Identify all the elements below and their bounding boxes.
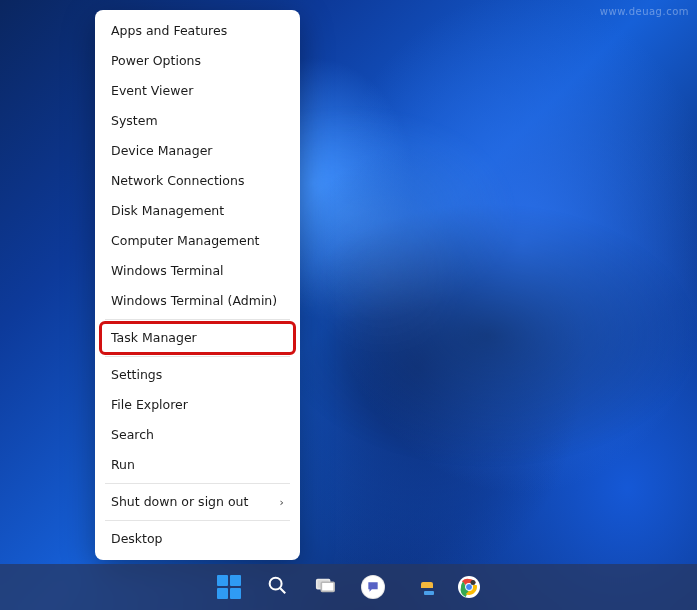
ctx-item-label: Apps and Features (111, 25, 227, 38)
search-button[interactable] (257, 567, 297, 607)
search-icon (266, 574, 288, 600)
ctx-item-label: Run (111, 459, 135, 472)
chat-button[interactable] (353, 567, 393, 607)
chrome-icon (457, 575, 481, 599)
menu-separator (105, 356, 290, 357)
chevron-right-icon: › (280, 497, 284, 508)
ctx-item-label: Device Manager (111, 145, 213, 158)
ctx-item-label: Computer Management (111, 235, 259, 248)
taskbar (0, 564, 697, 610)
ctx-item-task-manager[interactable]: Task Manager (101, 323, 294, 353)
desktop: www.deuag.com Apps and FeaturesPower Opt… (0, 0, 697, 610)
svg-line-1 (280, 588, 285, 593)
ctx-item-label: Shut down or sign out (111, 496, 248, 509)
winx-context-menu: Apps and FeaturesPower OptionsEvent View… (95, 10, 300, 560)
file-explorer-button[interactable] (401, 567, 441, 607)
ctx-item-system[interactable]: System (101, 106, 294, 136)
ctx-item-device-manager[interactable]: Device Manager (101, 136, 294, 166)
chrome-button[interactable] (449, 567, 489, 607)
ctx-item-computer-management[interactable]: Computer Management (101, 226, 294, 256)
ctx-item-shut-down-or-sign-out[interactable]: Shut down or sign out› (101, 487, 294, 517)
menu-separator (105, 520, 290, 521)
ctx-item-label: Desktop (111, 533, 163, 546)
start-icon (217, 575, 241, 599)
ctx-item-label: Disk Management (111, 205, 224, 218)
ctx-item-windows-terminal[interactable]: Windows Terminal (101, 256, 294, 286)
ctx-item-search[interactable]: Search (101, 420, 294, 450)
svg-point-7 (470, 580, 475, 585)
ctx-item-run[interactable]: Run (101, 450, 294, 480)
menu-separator (105, 319, 290, 320)
svg-rect-3 (321, 582, 334, 591)
ctx-item-apps-and-features[interactable]: Apps and Features (101, 16, 294, 46)
ctx-item-label: Task Manager (111, 332, 197, 345)
ctx-item-settings[interactable]: Settings (101, 360, 294, 390)
ctx-item-event-viewer[interactable]: Event Viewer (101, 76, 294, 106)
menu-separator (105, 483, 290, 484)
ctx-item-label: File Explorer (111, 399, 188, 412)
task-view-icon (314, 574, 336, 600)
ctx-item-label: Event Viewer (111, 85, 193, 98)
ctx-item-power-options[interactable]: Power Options (101, 46, 294, 76)
ctx-item-label: System (111, 115, 158, 128)
ctx-item-label: Settings (111, 369, 162, 382)
ctx-item-disk-management[interactable]: Disk Management (101, 196, 294, 226)
ctx-item-label: Windows Terminal (Admin) (111, 295, 277, 308)
svg-point-0 (269, 578, 281, 590)
ctx-item-network-connections[interactable]: Network Connections (101, 166, 294, 196)
task-view-button[interactable] (305, 567, 345, 607)
ctx-item-label: Windows Terminal (111, 265, 224, 278)
ctx-item-windows-terminal-admin[interactable]: Windows Terminal (Admin) (101, 286, 294, 316)
ctx-item-label: Search (111, 429, 154, 442)
start-button[interactable] (209, 567, 249, 607)
ctx-item-label: Network Connections (111, 175, 244, 188)
ctx-item-label: Power Options (111, 55, 201, 68)
ctx-item-file-explorer[interactable]: File Explorer (101, 390, 294, 420)
ctx-item-desktop[interactable]: Desktop (101, 524, 294, 554)
chat-icon (361, 575, 385, 599)
